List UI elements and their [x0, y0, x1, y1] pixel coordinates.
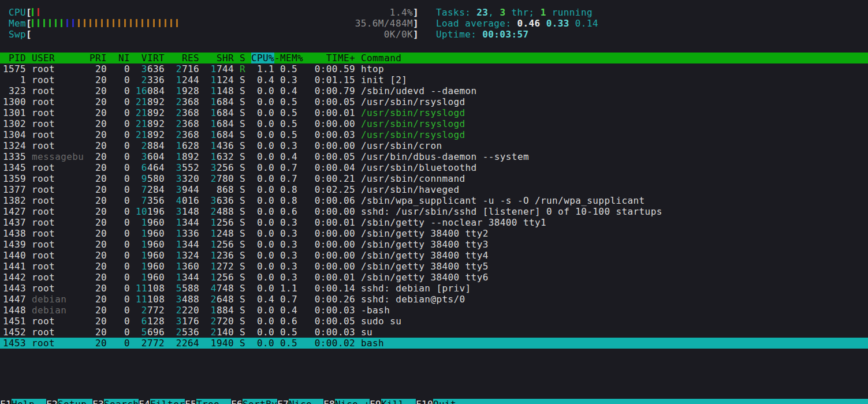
fnlabel-quit[interactable]: Quit — [433, 399, 468, 404]
process-row[interactable]: 1575root200363627161744R1.10.50:00.59hto… — [0, 63, 868, 74]
cell-virt: 1960 — [136, 217, 165, 228]
process-row[interactable]: 1359root200958033202780S0.00.70:00.21/us… — [0, 173, 868, 184]
column-header-cpu[interactable]: CPU% — [251, 53, 274, 63]
cell-mem: 0.3 — [280, 74, 303, 85]
fnkey-f9[interactable]: F9 — [370, 399, 381, 404]
column-header-shr[interactable]: SHR — [205, 53, 234, 63]
cell-shr: 3636 — [205, 195, 234, 206]
process-row[interactable]: 1382root200735640163636S0.00.80:00.06/sb… — [0, 195, 868, 206]
cell-virt: 2884 — [136, 140, 165, 151]
swap-meter-label: Swp — [9, 29, 26, 40]
fnkey-f7[interactable]: F7 — [277, 399, 289, 404]
fnkey-f5[interactable]: F5 — [185, 399, 196, 404]
process-row[interactable]: 1441root200196013601272S0.00.30:00.00/sb… — [0, 261, 868, 272]
fnlabel-nice[interactable]: Nice - — [289, 399, 323, 404]
process-row[interactable]: 1345root200646435523256S0.00.70:00.04/us… — [0, 162, 868, 173]
cell-res: 1324 — [170, 250, 199, 261]
fnlabel-nice[interactable]: Nice + — [335, 399, 370, 404]
column-header-pri[interactable]: PRI — [90, 53, 107, 63]
column-header-virt[interactable]: VIRT — [136, 53, 165, 63]
fnlabel-help[interactable]: Help — [12, 399, 46, 404]
cell-time: 0:00.21 — [303, 173, 355, 184]
column-header-s[interactable]: S — [240, 53, 245, 63]
cell-s: S — [240, 74, 245, 85]
fnkey-f2[interactable]: F2 — [46, 399, 58, 404]
column-header-user[interactable]: USER — [32, 53, 87, 63]
fnkey-f4[interactable]: F4 — [139, 399, 150, 404]
fnkey-f1[interactable]: F1 — [0, 399, 12, 404]
cell-pid: 1 — [3, 74, 26, 85]
process-row[interactable]: 1300root2002189223681684S0.00.50:00.05/u… — [0, 96, 868, 107]
process-row[interactable]: 1448debian200277222201884S0.00.40:00.03-… — [0, 305, 868, 316]
cell-ni: 0 — [113, 217, 130, 228]
column-header-res[interactable]: RES — [170, 53, 199, 63]
cell-virt: 21892 — [136, 107, 165, 118]
process-row[interactable]: 1452root200569625362140S0.00.50:00.03su — [0, 327, 868, 338]
fnlabel-tree[interactable]: Tree — [196, 399, 231, 404]
process-row[interactable]: 1440root200196013241236S0.00.30:00.00/sb… — [0, 250, 868, 261]
cell-pid: 1439 — [3, 239, 26, 250]
fnlabel-filter[interactable]: Filter — [150, 399, 185, 404]
cell-s: S — [240, 239, 245, 250]
cell-pri: 20 — [90, 85, 107, 96]
fnlabel-sortby[interactable]: SortBy — [243, 399, 277, 404]
column-header-pid[interactable]: PID — [3, 53, 26, 63]
cell-pid: 1300 — [3, 96, 26, 107]
column-header-mem[interactable]: MEM% — [280, 53, 303, 63]
column-header-command[interactable]: Command — [361, 53, 866, 63]
column-header-time[interactable]: TIME+ — [303, 53, 361, 63]
cell-pri: 20 — [90, 173, 107, 184]
process-row[interactable]: 1442root200196013441256S0.00.30:00.01/sb… — [0, 272, 868, 283]
cell-mem: 0.6 — [280, 316, 303, 327]
process-row[interactable]: 323root2001608419281148S0.00.40:00.79/sb… — [0, 85, 868, 96]
cell-virt: 16084 — [136, 85, 165, 96]
process-row[interactable]: 1447debian2001110834882648S0.40.70:00.26… — [0, 294, 868, 305]
fnlabel-setup[interactable]: Setup — [58, 399, 92, 404]
column-header-ni[interactable]: NI — [113, 53, 130, 63]
process-row[interactable]: 1437root200196013441256S0.00.30:00.01/sb… — [0, 217, 868, 228]
fnlabel-kill[interactable]: Kill — [381, 399, 416, 404]
cell-user: messagebu — [32, 151, 87, 162]
cell-cpu: 0.0 — [251, 239, 274, 250]
fnkey-f8[interactable]: F8 — [323, 399, 335, 404]
cell-ni: 0 — [113, 85, 130, 96]
cell-virt: 1960 — [136, 272, 165, 283]
process-row[interactable]: 1439root200196013441256S0.00.30:00.00/sb… — [0, 239, 868, 250]
cell-cpu: 0.0 — [251, 140, 274, 151]
cpu-meter-open-bracket: [ — [26, 7, 32, 18]
cell-pid: 1440 — [3, 250, 26, 261]
cell-cpu: 0.0 — [251, 173, 274, 184]
cell-user: root — [32, 250, 87, 261]
cell-mem: 0.8 — [280, 184, 303, 195]
process-row[interactable]: 1335messagebu200360418921632S0.00.40:00.… — [0, 151, 868, 162]
cell-cmd: /usr/sbin/connmand — [361, 173, 866, 184]
cell-pid: 1438 — [3, 228, 26, 239]
cell-cmd: /sbin/udevd --daemon — [361, 85, 866, 96]
cell-ni: 0 — [113, 250, 130, 261]
orange-meter-tick — [107, 19, 109, 27]
cell-cmd: /usr/sbin/rsyslogd — [361, 96, 866, 107]
cell-virt: 1960 — [136, 228, 165, 239]
cell-time: 0:00.00 — [303, 206, 355, 217]
cell-ni: 0 — [113, 96, 130, 107]
cell-cmd: /usr/sbin/rsyslogd — [361, 107, 866, 118]
process-row[interactable]: 1427root2001019631482488S0.00.60:00.00ss… — [0, 206, 868, 217]
process-row-selected[interactable]: 1453root200277222641940S0.00.50:00.02bas… — [0, 338, 868, 349]
process-row[interactable]: 1377root20072843944868S0.00.80:02.25/usr… — [0, 184, 868, 195]
fnlabel-search[interactable]: Search — [104, 399, 139, 404]
process-row[interactable]: 1302root2002189223681684S0.00.50:00.00/u… — [0, 118, 868, 129]
swap-meter-value: 0K/0K — [384, 29, 413, 40]
process-row[interactable]: 1438root200196013361248S0.00.30:00.00/sb… — [0, 228, 868, 239]
process-row[interactable]: 1301root2002189223681684S0.00.50:00.01/u… — [0, 107, 868, 118]
process-row[interactable]: 1304root2002189223681684S0.00.50:00.03/u… — [0, 129, 868, 140]
cell-mem: 0.7 — [280, 162, 303, 173]
fnkey-f3[interactable]: F3 — [92, 399, 104, 404]
process-row[interactable]: 1451root200612831762720S0.00.60:00.05sud… — [0, 316, 868, 327]
cell-res: 3552 — [170, 162, 199, 173]
fnkey-f10[interactable]: F10 — [416, 399, 433, 404]
fnkey-f6[interactable]: F6 — [231, 399, 243, 404]
process-row[interactable]: 1root200233612441124S0.40.30:01.15init [… — [0, 74, 868, 85]
process-row[interactable]: 1324root200288416281436S0.00.30:00.00/us… — [0, 140, 868, 151]
cell-shr: 1884 — [205, 305, 234, 316]
process-row[interactable]: 1443root2001110855884748S0.01.10:00.14ss… — [0, 283, 868, 294]
